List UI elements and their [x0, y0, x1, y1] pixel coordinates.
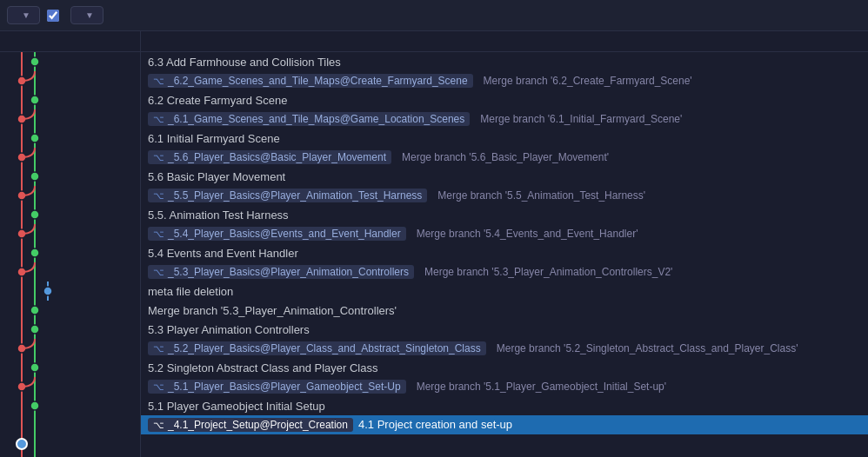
column-headers	[0, 31, 868, 52]
svg-point-11	[30, 210, 39, 219]
table-row[interactable]: 6.2 Create Farmyard Scene	[141, 90, 868, 109]
commit-text: ⌥_5.5_Player_Basics@Player_Animation_Tes…	[148, 189, 861, 203]
table-row[interactable]: ⌥_5.5_Player_Basics@Player_Animation_Tes…	[141, 186, 868, 205]
commit-text: 5.6 Basic Player Movement	[148, 170, 861, 183]
commit-text: ⌥_4.1_Project_Setup@Project_Creation4.1 …	[148, 418, 861, 433]
svg-point-19	[30, 363, 39, 372]
branch-tag: ⌥_6.1_Game_Scenes_and_Tile_Maps@Game_Loc…	[148, 112, 470, 126]
merge-text: Merge branch '5.3_Player_Animation_Contr…	[424, 266, 672, 278]
description-column-header	[141, 31, 868, 51]
svg-point-15	[43, 287, 52, 295]
branch-tag-text: _5.6_Player_Basics@Basic_Player_Movement	[168, 151, 386, 163]
merge-text: Merge branch '5.6_Basic_Player_Movement'	[402, 151, 609, 163]
table-row[interactable]: 5.1 Player Gameobject Initial Setup	[141, 396, 868, 415]
toolbar: ▼ ▼	[0, 0, 868, 31]
branch-tag-text: _5.5_Player_Basics@Player_Animation_Test…	[168, 189, 422, 202]
table-row[interactable]: 5.4 Events and Event Handler	[141, 243, 868, 262]
branch-tag-text: _5.3_Player_Basics@Player_Animation_Cont…	[168, 266, 409, 278]
branch-icon: ⌥	[153, 228, 164, 240]
table-row[interactable]: ⌥_6.2_Game_Scenes_and_Tile_Maps@Create_F…	[141, 71, 868, 90]
merge-text: Merge branch '5.5_Animation_Test_Harness…	[437, 189, 645, 202]
table-row[interactable]: meta file deletion	[141, 281, 868, 301]
svg-point-9	[30, 172, 39, 181]
merge-text: Merge branch '6.1_Initial_Farmyard_Scene…	[480, 113, 682, 125]
commit-text: 6.3 Add Farmhouse and Collision Tiles	[148, 56, 861, 69]
commit-text: ⌥_5.2_Player_Basics@Player_Class_and_Abs…	[148, 341, 861, 356]
table-row[interactable]: ⌥_5.3_Player_Basics@Player_Animation_Con…	[141, 262, 868, 281]
branch-tag: ⌥_5.6_Player_Basics@Basic_Player_Movemen…	[148, 150, 391, 164]
table-row[interactable]: ⌥_4.1_Project_Setup@Project_Creation4.1 …	[141, 415, 868, 434]
date-order-chevron-icon: ▼	[85, 10, 94, 20]
branch-tag-text: _5.2_Player_Basics@Player_Class_and_Abst…	[168, 342, 481, 354]
branch-tag: ⌥_5.2_Player_Basics@Player_Class_and_Abs…	[148, 341, 486, 355]
commit-text: ⌥_6.1_Game_Scenes_and_Tile_Maps@Game_Loc…	[148, 112, 861, 127]
commit-text: ⌥_6.2_Game_Scenes_and_Tile_Maps@Create_F…	[148, 74, 861, 89]
branch-tag-text: _6.2_Game_Scenes_and_Tile_Maps@Create_Fa…	[168, 75, 468, 87]
branch-tag: ⌥_6.2_Game_Scenes_and_Tile_Maps@Create_F…	[148, 74, 473, 88]
table-row[interactable]: 5.6 Basic Player Movement	[141, 167, 868, 186]
commit-text: 6.1 Initial Farmyard Scene	[148, 132, 861, 145]
graph-svg	[0, 52, 141, 457]
branch-tag: ⌥_5.1_Player_Basics@Player_Gameobject_Se…	[148, 380, 406, 394]
branch-tag: ⌥_5.5_Player_Basics@Player_Animation_Tes…	[148, 189, 427, 202]
date-order-dropdown[interactable]: ▼	[70, 6, 103, 24]
commit-text: 5.5. Animation Test Harness	[148, 209, 861, 222]
branch-tag: ⌥_4.1_Project_Setup@Project_Creation	[148, 418, 353, 432]
svg-point-21	[30, 401, 39, 410]
branch-tag-text: _5.4_Player_Basics@Events_and_Event_Hand…	[168, 228, 401, 240]
commit-text: ⌥_5.4_Player_Basics@Events_and_Event_Han…	[148, 227, 861, 242]
merge-text: Merge branch '6.2_Create_Farmyard_Scene'	[484, 75, 692, 87]
table-row[interactable]: ⌥_5.6_Player_Basics@Basic_Player_Movemen…	[141, 148, 868, 167]
svg-point-7	[30, 134, 39, 142]
svg-point-16	[30, 306, 39, 315]
merge-text: Merge branch '5.4_Events_and_Event_Handl…	[417, 228, 638, 240]
branch-icon: ⌥	[153, 190, 164, 202]
merge-text: Merge branch '5.2_Singleton_Abstract_Cla…	[497, 342, 798, 354]
show-remote-checkbox[interactable]	[47, 10, 59, 22]
table-row[interactable]: ⌥_6.1_Game_Scenes_and_Tile_Maps@Game_Loc…	[141, 109, 868, 129]
table-row[interactable]: 5.5. Animation Test Harness	[141, 205, 868, 224]
svg-point-13	[30, 248, 39, 257]
commit-text: ⌥_5.6_Player_Basics@Basic_Player_Movemen…	[148, 150, 861, 165]
table-row[interactable]: 5.3 Player Animation Controllers	[141, 320, 868, 339]
branch-icon: ⌥	[153, 152, 164, 163]
commit-text: ⌥_5.3_Player_Basics@Player_Animation_Con…	[148, 265, 861, 280]
branch-tag: ⌥_5.4_Player_Basics@Events_and_Event_Han…	[148, 227, 406, 241]
svg-point-17	[30, 325, 39, 334]
commit-text: 6.2 Create Farmyard Scene	[148, 94, 861, 107]
branch-icon: ⌥	[153, 76, 164, 87]
graph-column-header	[0, 31, 141, 51]
commit-text: Merge branch '5.3_Player_Animation_Contr…	[148, 304, 861, 317]
branch-icon: ⌥	[153, 420, 164, 431]
commit-text: 5.4 Events and Event Handler	[148, 247, 861, 260]
commit-text: 5.3 Player Animation Controllers	[148, 323, 861, 336]
table-row[interactable]: ⌥_5.4_Player_Basics@Events_and_Event_Han…	[141, 224, 868, 243]
table-row[interactable]: Merge branch '5.3_Player_Animation_Contr…	[141, 301, 868, 320]
branches-dropdown[interactable]: ▼	[7, 6, 40, 24]
commit-text: meta file deletion	[148, 285, 861, 298]
branch-icon: ⌥	[153, 267, 164, 278]
commit-text: 5.1 Player Gameobject Initial Setup	[148, 400, 861, 413]
table-row[interactable]: 6.3 Add Farmhouse and Collision Tiles	[141, 52, 868, 71]
commits-list[interactable]: 6.3 Add Farmhouse and Collision Tiles⌥_6…	[141, 52, 868, 457]
branches-chevron-icon: ▼	[22, 10, 30, 20]
graph-column	[0, 52, 141, 457]
table-row[interactable]: 6.1 Initial Farmyard Scene	[141, 129, 868, 148]
table-row[interactable]: 5.2 Singleton Abstract Class and Player …	[141, 358, 868, 377]
branch-icon: ⌥	[153, 381, 164, 393]
branch-icon: ⌥	[153, 114, 164, 125]
branch-tag: ⌥_5.3_Player_Basics@Player_Animation_Con…	[148, 265, 414, 279]
svg-point-22	[17, 439, 27, 449]
branch-tag-text: _6.1_Game_Scenes_and_Tile_Maps@Game_Loca…	[168, 113, 464, 125]
merge-text: 4.1 Project creation and set-up	[358, 418, 512, 431]
commit-text: 5.2 Singleton Abstract Class and Player …	[148, 361, 861, 374]
branch-icon: ⌥	[153, 343, 164, 354]
table-row[interactable]: ⌥_5.2_Player_Basics@Player_Class_and_Abs…	[141, 339, 868, 358]
commit-text: ⌥_5.1_Player_Basics@Player_Gameobject_Se…	[148, 380, 861, 394]
svg-point-3	[30, 57, 39, 66]
table-row[interactable]: ⌥_5.1_Player_Basics@Player_Gameobject_Se…	[141, 377, 868, 396]
branch-tag-text: _5.1_Player_Basics@Player_Gameobject_Set…	[168, 381, 401, 393]
branch-tag-text: _4.1_Project_Setup@Project_Creation	[168, 419, 348, 431]
show-remote-label[interactable]	[47, 10, 63, 22]
svg-point-5	[30, 96, 39, 104]
